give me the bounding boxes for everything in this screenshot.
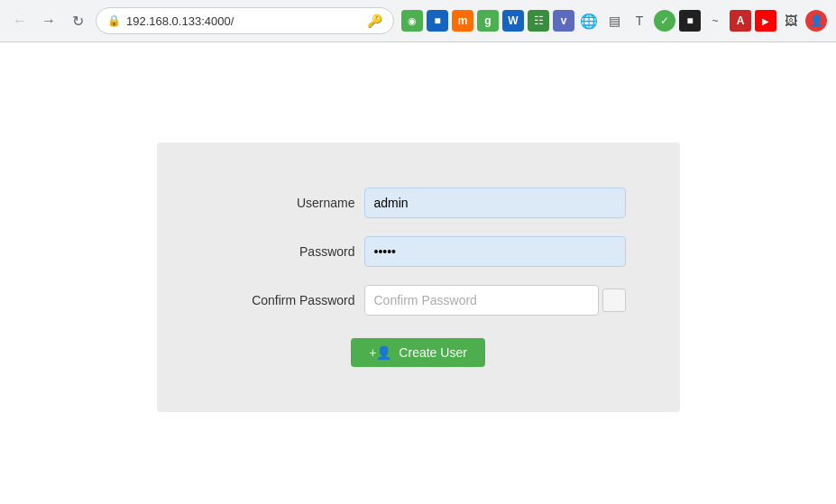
address-bar[interactable]: 🔒 192.168.0.133:4000/ 🔑 [96, 7, 394, 34]
ext-g-green[interactable]: g [477, 10, 499, 32]
ext-text[interactable]: T [629, 10, 650, 32]
create-user-button[interactable]: +👤 Create User [351, 338, 485, 367]
ext-v[interactable]: v [553, 10, 574, 32]
reload-button[interactable]: ↻ [67, 10, 88, 32]
password-label: Password [211, 244, 355, 259]
form-card: Username Password Confirm Password +👤 Cr… [157, 142, 680, 412]
ext-youtube[interactable]: ▶ [755, 10, 776, 32]
password-row: Password [211, 236, 626, 267]
confirm-input-wrapper [364, 285, 626, 316]
username-input[interactable] [364, 188, 626, 218]
ext-grid[interactable]: ▤ [603, 10, 625, 32]
ext-blue[interactable]: ■ [427, 10, 448, 32]
add-user-icon: +👤 [369, 345, 391, 360]
ext-monitor[interactable]: 🖼 [780, 10, 802, 32]
key-icon: 🔑 [367, 14, 382, 28]
confirm-password-input[interactable] [364, 285, 599, 316]
browser-chrome: ← → ↻ 🔒 192.168.0.133:4000/ 🔑 ◉ ■ m g W … [0, 0, 836, 42]
ext-green-sheet[interactable]: ☷ [528, 10, 549, 32]
ext-dark[interactable]: ■ [679, 10, 701, 32]
password-input[interactable] [364, 236, 626, 267]
create-user-label: Create User [399, 345, 466, 360]
confirm-password-row: Confirm Password [211, 285, 626, 316]
confirm-password-label: Confirm Password [211, 293, 355, 307]
ext-shield-green[interactable]: ◉ [401, 10, 423, 32]
browser-extensions: ◉ ■ m g W ☷ v 🌐 ▤ T ✓ ■ ~ A ▶ 🖼 👤 [401, 10, 827, 32]
forward-button[interactable]: → [38, 10, 60, 32]
ext-circle-check[interactable]: ✓ [654, 10, 675, 32]
username-row: Username [211, 188, 626, 218]
ext-w[interactable]: W [502, 10, 524, 32]
page-content: Username Password Confirm Password +👤 Cr… [0, 42, 836, 504]
ext-person[interactable]: 👤 [805, 10, 827, 32]
url-text: 192.168.0.133:4000/ [126, 14, 362, 28]
username-label: Username [211, 196, 355, 210]
confirm-check-button[interactable] [602, 289, 626, 312]
back-button[interactable]: ← [9, 10, 31, 32]
lock-icon: 🔒 [107, 14, 121, 27]
ext-globe[interactable]: 🌐 [578, 10, 600, 32]
ext-tilde[interactable]: ~ [704, 10, 726, 32]
ext-red-a[interactable]: A [730, 10, 751, 32]
browser-toolbar: ← → ↻ 🔒 192.168.0.133:4000/ 🔑 ◉ ■ m g W … [0, 0, 836, 41]
ext-m[interactable]: m [452, 10, 473, 32]
